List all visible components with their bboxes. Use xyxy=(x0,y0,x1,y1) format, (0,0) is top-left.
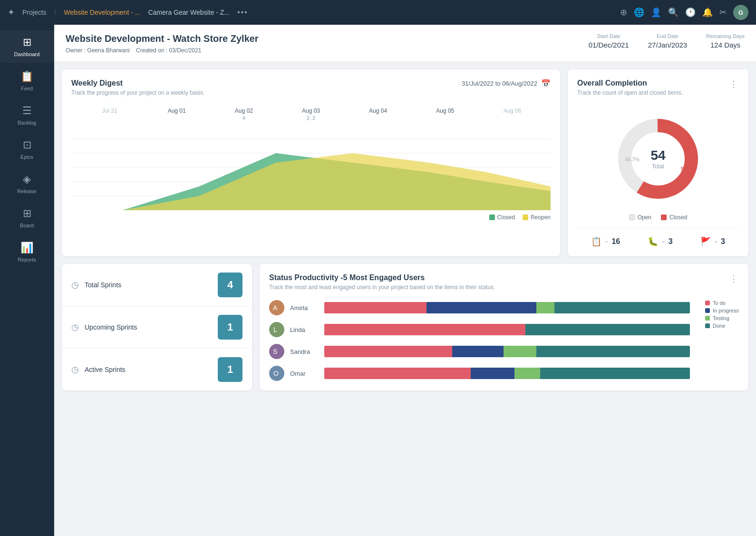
avatar[interactable]: G xyxy=(733,5,748,20)
status-productivity-widget: Status Productivity -5 Most Engaged User… xyxy=(260,264,748,390)
weekly-digest-widget: Weekly Digest Track the progress of your… xyxy=(62,69,560,256)
bar-row-omar: O Omar xyxy=(269,366,690,381)
sidebar-item-reports[interactable]: 📊 Reports xyxy=(0,236,54,268)
bar-inprogress-sandra xyxy=(452,346,504,357)
upcoming-sprints-info: ◷ Upcoming Sprints xyxy=(71,322,137,332)
inprogress-legend-dot xyxy=(705,308,710,313)
add-icon[interactable]: ⊕ xyxy=(620,7,627,18)
end-date-label: End Date xyxy=(648,33,688,39)
todo-legend-label: To do xyxy=(713,300,726,306)
bar-todo-linda xyxy=(324,324,525,335)
stat-bugs-value: 3 xyxy=(669,237,673,246)
status-productivity-subtitle: Track the most and least engaged users i… xyxy=(269,284,495,291)
globe-icon[interactable]: 🌐 xyxy=(634,7,644,18)
svg-text:O: O xyxy=(273,370,279,377)
upcoming-sprints-item: ◷ Upcoming Sprints 1 xyxy=(62,306,252,349)
release-icon: ◈ xyxy=(23,173,31,185)
avatar-omar: O xyxy=(269,366,284,381)
dashboard-grid: Weekly Digest Track the progress of your… xyxy=(54,62,756,264)
status-productivity-titles: Status Productivity -5 Most Engaged User… xyxy=(269,273,495,300)
breadcrumb-project[interactable]: Website Development - ... xyxy=(64,9,141,16)
sidebar-label-reports: Reports xyxy=(18,257,36,263)
closed-donut-legend-label: Closed xyxy=(669,214,687,221)
donut-legend: Open Closed xyxy=(577,214,739,221)
total-sprints-info: ◷ Total Sprints xyxy=(71,280,121,290)
bar-done-sandra xyxy=(536,346,690,357)
bar-done-omar xyxy=(540,368,690,379)
remaining-label: Remaining Days xyxy=(706,33,745,39)
avatar-linda: L xyxy=(269,322,284,337)
legend-todo: To do xyxy=(705,300,739,306)
user-icon[interactable]: 👤 xyxy=(651,7,661,18)
name-amirta: Amirta xyxy=(290,304,319,312)
more-options-button[interactable]: ••• xyxy=(237,8,248,17)
remaining-days-item: Remaining Days 124 Days xyxy=(706,33,745,49)
stat-tasks-value: 16 xyxy=(611,237,620,246)
donut-label: Total xyxy=(650,163,665,170)
nav-divider: / xyxy=(54,8,57,18)
date-range: 31/Jul/2022 to 06/Aug/2022 📅 xyxy=(462,79,551,88)
search-icon[interactable]: 🔍 xyxy=(668,7,678,18)
tasks-icon: 📋 xyxy=(591,236,601,247)
weekly-chart xyxy=(71,125,551,210)
sidebar-item-epics[interactable]: ⊡ Epics xyxy=(0,133,54,166)
status-productivity-header: Status Productivity -5 Most Engaged User… xyxy=(269,273,739,300)
weekly-digest-title: Weekly Digest xyxy=(71,79,204,88)
svg-text:A: A xyxy=(273,304,278,312)
open-legend-label: Open xyxy=(638,214,651,221)
total-sprints-label: Total Sprints xyxy=(85,281,121,289)
legend-inprogress: In progress xyxy=(705,308,739,313)
sidebar-item-dashboard[interactable]: ⊞ Dashboard xyxy=(0,30,54,63)
app-logo-icon: ✦ xyxy=(8,7,15,18)
legend-done: Done xyxy=(705,323,739,329)
project-dates: Start Date 01/Dec/2021 End Date 27/Jan/2… xyxy=(589,33,745,49)
sidebar-item-feed[interactable]: 📋 Feed xyxy=(0,65,54,97)
name-omar: Omar xyxy=(290,370,319,377)
chart-date-labels: Jul 31 Aug 01 Aug 02 4 Aug 03 2, 2 Aug 0 xyxy=(71,107,551,121)
top-nav: ✦ Projects / Website Development - ... C… xyxy=(0,0,756,25)
chart-date-aug03: Aug 03 2, 2 xyxy=(290,107,332,121)
overall-completion-subtitle: Track the count of open and closed items… xyxy=(577,89,683,96)
chart-date-aug04: Aug 04 xyxy=(357,107,399,121)
timer-icon[interactable]: 🕐 xyxy=(685,7,696,18)
testing-legend-dot xyxy=(705,316,710,321)
overall-completion-title-group: Overall Completion Track the count of op… xyxy=(577,79,683,104)
overall-completion-more-button[interactable]: ⋮ xyxy=(729,79,739,89)
bar-done-amirta xyxy=(554,302,690,313)
sidebar-item-board[interactable]: ⊞ Board xyxy=(0,202,54,234)
settings-icon[interactable]: ✂ xyxy=(719,7,727,18)
sidebar: ⊞ Dashboard 📋 Feed ☰ Backlog ⊡ Epics ◈ R… xyxy=(0,25,54,536)
bar-row-linda: L Linda xyxy=(269,322,690,337)
reports-icon: 📊 xyxy=(20,242,33,254)
owner-label: Owner : xyxy=(66,47,86,54)
sidebar-label-board: Board xyxy=(20,223,34,228)
bar-todo-omar xyxy=(324,368,471,379)
active-sprints-item: ◷ Active Sprints 1 xyxy=(62,349,252,390)
sidebar-item-release[interactable]: ◈ Release xyxy=(0,167,54,200)
dashboard-icon: ⊞ xyxy=(23,36,31,49)
calendar-icon[interactable]: 📅 xyxy=(541,79,551,88)
content-area: Website Development - Watch Store Zylker… xyxy=(54,25,756,536)
donut-center: 54 Total xyxy=(650,148,665,170)
chart-date-aug01: Aug 01 xyxy=(155,107,198,121)
chart-date-aug06: Aug 06 xyxy=(491,107,533,121)
notification-icon[interactable]: 🔔 xyxy=(702,7,713,18)
weekly-digest-header: Weekly Digest Track the progress of your… xyxy=(71,79,551,104)
total-sprints-item: ◷ Total Sprints 4 xyxy=(62,264,252,306)
bar-track-sandra xyxy=(324,346,690,357)
start-date-value: 01/Dec/2021 xyxy=(589,41,629,49)
projects-link[interactable]: Projects xyxy=(22,9,47,16)
donut-total: 54 xyxy=(650,148,665,163)
status-productivity-more-button[interactable]: ⋮ xyxy=(729,273,739,284)
bar-track-omar xyxy=(324,368,690,379)
name-linda: Linda xyxy=(290,326,319,333)
closed-donut-legend-dot xyxy=(661,214,667,220)
sidebar-item-backlog[interactable]: ☰ Backlog xyxy=(0,99,54,131)
breadcrumb-title[interactable]: Camera Gear Website - Z... xyxy=(148,9,230,16)
legend-closed-donut: Closed xyxy=(661,214,687,221)
bar-testing-sandra xyxy=(504,346,536,357)
svg-text:L: L xyxy=(273,326,277,333)
nav-right: ⊕ 🌐 👤 🔍 🕐 🔔 ✂ G xyxy=(620,5,748,20)
start-date-item: Start Date 01/Dec/2021 xyxy=(589,33,629,49)
project-header: Website Development - Watch Store Zylker… xyxy=(54,25,756,62)
